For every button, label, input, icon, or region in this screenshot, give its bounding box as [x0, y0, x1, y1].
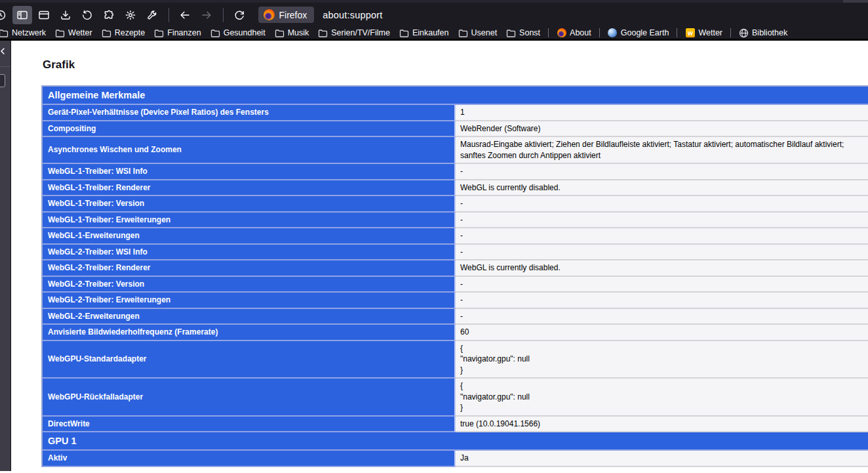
row-label: WebGL-2-Treiber: Renderer [43, 260, 456, 277]
bookmark-label: Serien/TV/Filme [331, 28, 390, 37]
row-label: WebGPU-Standardadapter [43, 341, 456, 379]
table-row: Gerät-Pixel-Verhältnisse (Device Pixel R… [43, 105, 868, 121]
reload-icon [233, 9, 245, 21]
wrench-icon [146, 9, 158, 21]
window-icon [38, 9, 50, 21]
table-row: Anvisierte Bildwiederholfrequenz (Framer… [43, 325, 868, 341]
row-value: { "navigator.gpu": null } [456, 379, 868, 417]
folder-icon [102, 28, 111, 38]
table-row: WebGL-2-Treiber: Version- [43, 277, 868, 293]
bookmark-item[interactable]: Google Earth [603, 27, 674, 39]
history-button[interactable] [77, 6, 97, 24]
folder-icon [0, 28, 9, 38]
sidebar-toggle-button[interactable] [12, 6, 32, 24]
row-value: true (10.0.19041.1566) [456, 417, 868, 433]
bookmarks-separator [599, 28, 600, 37]
row-value: - [456, 245, 868, 261]
sidebar-divider [0, 66, 10, 67]
row-label: WebGL-2-Treiber: Version [43, 277, 456, 293]
forward-button[interactable] [197, 6, 216, 24]
profile-icon [0, 9, 7, 21]
extensions-button[interactable] [99, 6, 119, 24]
row-value: WebRender (Software) [456, 121, 868, 138]
bookmarks-separator [548, 28, 549, 37]
row-label: DirectWrite [43, 417, 456, 433]
bookmark-label: Einkaufen [412, 28, 449, 37]
row-label: WebGL-2-Erweiterungen [43, 309, 456, 325]
row-label: Asynchrones Wischen und Zoomen [43, 137, 456, 164]
collapsed-sidebar [0, 41, 11, 471]
row-value: - [456, 196, 868, 213]
row-label: Gerät-Pixel-Verhältnisse (Device Pixel R… [43, 105, 456, 121]
sidebar-panel-icon[interactable] [0, 74, 5, 87]
settings-button[interactable] [121, 6, 140, 24]
table-row: WebGL-1-Treiber: Erweiterungen- [43, 213, 868, 229]
bookmark-item[interactable]: Bibliothek [734, 27, 792, 39]
bookmarks-separator [730, 28, 731, 37]
sidebar-collapse-chevron-icon[interactable] [0, 47, 7, 58]
bookmark-label: Musik [288, 28, 309, 37]
row-label: Compositing [43, 121, 456, 138]
row-value: Mausrad-Eingabe aktiviert; Ziehen der Bi… [456, 137, 868, 164]
row-value: - [456, 277, 868, 293]
reload-button[interactable] [229, 6, 249, 24]
url-bar[interactable]: Firefox about:support [258, 7, 383, 23]
row-value: { "navigator.gpu": null } [456, 341, 868, 379]
firefox-logo-icon [264, 9, 275, 20]
folder-icon [506, 28, 516, 38]
row-label: WebGL-1-Treiber: Version [43, 196, 456, 213]
support-table: Allgemeine MerkmaleGerät-Pixel-Verhältni… [41, 85, 868, 467]
bookmark-item[interactable]: Wetter [50, 27, 97, 39]
bookmark-item[interactable]: Gesundheit [206, 27, 270, 39]
bookmark-label: Google Earth [621, 28, 669, 37]
bookmark-item[interactable]: Usenet [454, 27, 502, 39]
settings-icon [125, 9, 136, 21]
url-text[interactable]: about:support [323, 10, 382, 20]
row-label: Anvisierte Bildwiederholfrequenz (Framer… [43, 325, 456, 341]
bookmark-item[interactable]: Rezepte [97, 27, 150, 39]
row-value: - [456, 309, 868, 325]
bookmark-item[interactable]: About [552, 27, 596, 39]
bookmark-item[interactable]: Serien/TV/Filme [313, 27, 395, 39]
folder-icon [55, 28, 65, 38]
bookmark-item[interactable]: Einkaufen [395, 27, 454, 39]
earth-favicon [608, 28, 618, 38]
bookmark-label: Rezepte [115, 28, 146, 37]
bookmark-label: Usenet [471, 28, 498, 37]
section-header: GPU 1 [43, 432, 868, 451]
table-row: WebGL-1-Treiber: WSI Info- [43, 164, 868, 180]
bookmark-item[interactable]: Musik [270, 27, 314, 39]
folder-icon [210, 28, 220, 38]
row-value: - [456, 213, 868, 229]
row-label: WebGL-1-Treiber: WSI Info [43, 164, 456, 180]
profile-button[interactable] [0, 6, 10, 24]
forward-icon [200, 9, 213, 21]
bookmark-item[interactable]: wWetter [681, 27, 727, 39]
bookmark-item[interactable]: Finanzen [149, 27, 205, 39]
table-row: WebGPU-Standardadapter{ "navigator.gpu":… [43, 341, 868, 379]
wrench-button[interactable] [142, 6, 162, 24]
table-row: AktivJa [43, 451, 868, 467]
table-row: WebGPU-Rückfalladapter{ "navigator.gpu":… [43, 379, 868, 417]
bookmark-label: Finanzen [167, 28, 201, 37]
table-row: Asynchrones Wischen und ZoomenMausrad-Ei… [43, 137, 868, 164]
table-row: WebGL-2-Treiber: RendererWebGL is curren… [43, 260, 868, 277]
folder-icon [318, 28, 328, 38]
row-value: - [456, 228, 868, 245]
toolbar-separator [223, 8, 224, 22]
bookmark-item[interactable]: Sonst [502, 27, 545, 39]
wetter-favicon: w [685, 28, 695, 38]
download-button[interactable] [56, 6, 75, 24]
back-icon [178, 9, 191, 21]
back-button[interactable] [175, 6, 195, 24]
row-value: - [456, 164, 868, 180]
extensions-icon [103, 9, 115, 21]
section-header-row: GPU 1 [43, 432, 868, 451]
search-engine-badge[interactable]: Firefox [258, 7, 315, 23]
table-row: DirectWritetrue (10.0.19041.1566) [43, 417, 868, 433]
bookmark-label: Wetter [698, 28, 722, 37]
table-row: WebGL-2-Treiber: WSI Info- [43, 245, 868, 261]
bookmark-label: Bibliothek [752, 28, 787, 37]
bookmark-item[interactable]: Netzwerk [0, 27, 50, 39]
window-button[interactable] [34, 6, 54, 24]
